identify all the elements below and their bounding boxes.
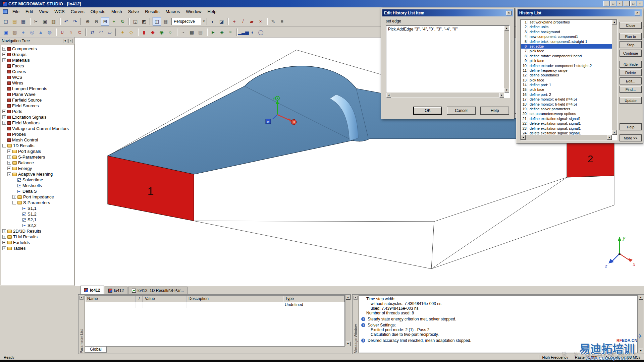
tree-expander-icon[interactable]: - (2, 144, 6, 147)
tree-expander-icon[interactable]: + (2, 58, 6, 62)
column-header-description[interactable]: Description (186, 296, 283, 302)
blend-icon[interactable]: ◠ (97, 28, 105, 36)
history-update-button[interactable]: Update (620, 97, 642, 104)
scrollbar[interactable]: ▲ ▼ (638, 295, 643, 353)
tree-item[interactable]: Field Sources (1, 103, 73, 109)
tree-item[interactable]: Faces (1, 63, 73, 69)
tree-item[interactable]: Wires (1, 80, 73, 86)
tree-expander-icon[interactable] (2, 104, 6, 108)
panel-menu-icon[interactable]: ▾ (63, 39, 67, 43)
history-help-button[interactable]: Help (620, 123, 642, 130)
tree-item[interactable]: - S-Parameters (1, 200, 73, 205)
tree-expander-icon[interactable] (2, 70, 6, 73)
history-item[interactable]: 1 set workplane properties (521, 20, 612, 24)
dialog-titlebar[interactable]: Edit History List Item × (382, 9, 513, 16)
close-icon[interactable]: × (635, 11, 640, 15)
tree-item[interactable]: Probes (1, 131, 73, 137)
history-item[interactable]: 19 define solver parameters (521, 107, 612, 111)
isometric-view-icon[interactable]: ◩ (140, 17, 148, 25)
tree-expander-icon[interactable] (2, 93, 6, 96)
view-mode-select[interactable]: Perspective ▼ (171, 18, 207, 25)
tree-item[interactable]: WCS (1, 74, 73, 80)
tree-item[interactable]: + Materials (1, 57, 73, 63)
table-row[interactable]: Undefined (85, 302, 344, 308)
tree-expander-icon[interactable] (17, 212, 21, 216)
tree-expander-icon[interactable] (2, 132, 6, 136)
history-item[interactable]: 9 pick face (521, 58, 612, 63)
pick-edge-icon[interactable]: / (239, 17, 247, 25)
tree-expander-icon[interactable]: + (7, 167, 11, 170)
scroll-right-icon[interactable]: ► (499, 93, 504, 98)
history-item[interactable]: 5 define brick: component1:straight-1 (521, 39, 612, 44)
1d-results-icon[interactable]: ▁▃▅ (239, 28, 248, 36)
tab-global[interactable]: Global (85, 347, 107, 353)
pick-face-icon[interactable]: ▰ (248, 17, 256, 25)
tree-expander-icon[interactable]: + (2, 121, 6, 125)
history-step-button[interactable]: Step (620, 41, 642, 48)
history-item[interactable]: 8 define rotate: component1:bend (521, 54, 612, 58)
tree-item[interactable]: Voltage and Current Monitors (1, 126, 73, 131)
farfield-plot-icon[interactable]: ◖ (248, 28, 256, 36)
tree-expander-icon[interactable]: + (2, 241, 6, 244)
fit-view-icon[interactable]: ◱ (131, 17, 140, 25)
menu-wcs[interactable]: WCS (51, 8, 67, 15)
tree-item[interactable]: + Tables (1, 245, 73, 251)
column-header-value[interactable]: Value (143, 296, 186, 302)
child-minimize-button[interactable]: _ (624, 1, 630, 6)
history-item[interactable]: 21 define excitation signal: signal1 (521, 116, 612, 121)
menu-macros[interactable]: Macros (163, 8, 183, 15)
history-item[interactable]: 15 pick face (521, 87, 612, 92)
extrude-icon[interactable]: ▱ (106, 28, 114, 36)
tree-expander-icon[interactable] (17, 218, 21, 222)
cut-icon[interactable]: ✂ (32, 17, 40, 25)
tree-expander-icon[interactable] (2, 64, 6, 68)
app-restore-button[interactable]: □ (610, 1, 616, 6)
optimizer-icon[interactable]: ◈ (218, 28, 226, 36)
parameter-sweep-icon[interactable]: ≈ (226, 28, 235, 36)
scroll-up-icon[interactable]: ▲ (639, 295, 643, 300)
history-item[interactable]: 23 define excitation signal: signal1 (521, 126, 612, 131)
measure-icon[interactable]: ✎ (269, 17, 277, 25)
zoom-in-icon[interactable]: ⊕ (84, 17, 92, 25)
history-item[interactable]: 6 set edge (521, 44, 612, 49)
save-icon[interactable]: ▦ (19, 17, 28, 25)
tree-item[interactable]: - Adaptive Meshing (1, 171, 73, 177)
history-item-code-editor[interactable]: Pick.AddEdge "3", "4", "0", "3", "-4", "… (386, 25, 510, 98)
brick-icon[interactable]: ▨ (10, 28, 19, 36)
menu-objects[interactable]: Objects (88, 8, 108, 15)
history-unhide-button[interactable]: (Un)hide (620, 61, 642, 68)
tab-lo412-1d-results[interactable]: lo412: 1D Results\S-Par... (128, 287, 187, 294)
tree-expander-icon[interactable]: + (2, 229, 6, 233)
tree-expander-icon[interactable] (2, 87, 6, 90)
child-restore-button[interactable]: □ (630, 1, 636, 6)
app-close-button[interactable]: × (617, 1, 623, 6)
tree-expander-icon[interactable]: + (2, 47, 6, 51)
tree-item[interactable]: S1,1 (1, 205, 73, 211)
panel-close-icon[interactable]: × (354, 296, 358, 300)
tree-expander-icon[interactable]: + (12, 195, 16, 199)
tab-lo412-schematic[interactable]: lo412 (105, 287, 127, 294)
history-item[interactable]: 10 define extrude: component1:straight-2 (521, 63, 612, 68)
scroll-up-icon[interactable]: ▲ (612, 20, 617, 24)
tree-item[interactable]: Solvertime (1, 177, 73, 183)
wcs-face-icon[interactable]: ◇ (127, 28, 136, 36)
panel-close-icon[interactable]: × (79, 296, 84, 300)
history-close-button[interactable]: Close (620, 22, 642, 29)
window-titlebar[interactable]: History List × (518, 9, 642, 16)
scrollbar[interactable]: ▲ ▼ (345, 295, 351, 346)
tree-item[interactable]: + Port Impedance (1, 194, 73, 200)
discrete-port-icon[interactable]: ◆ (149, 28, 157, 36)
tree-item[interactable]: + Farfields (1, 240, 73, 245)
menu-mesh[interactable]: Mesh (108, 8, 125, 15)
menu-edit[interactable]: Edit (22, 8, 36, 15)
tree-item[interactable]: - 1D Results (1, 143, 73, 148)
clear-picks-icon[interactable]: × (256, 17, 265, 25)
history-item[interactable]: 14 define port: 1 (521, 82, 612, 87)
ok-button[interactable]: OK (413, 107, 442, 115)
chevron-down-icon[interactable]: ▼ (201, 18, 207, 25)
scroll-left-icon[interactable]: ◄ (386, 93, 391, 98)
history-continue-button[interactable]: Continue (620, 50, 642, 57)
horizontal-scrollbar[interactable]: ◄ ► (521, 135, 612, 140)
waveguide-port-icon[interactable]: ▮ (140, 28, 148, 36)
menu-window[interactable]: Window (183, 8, 204, 15)
